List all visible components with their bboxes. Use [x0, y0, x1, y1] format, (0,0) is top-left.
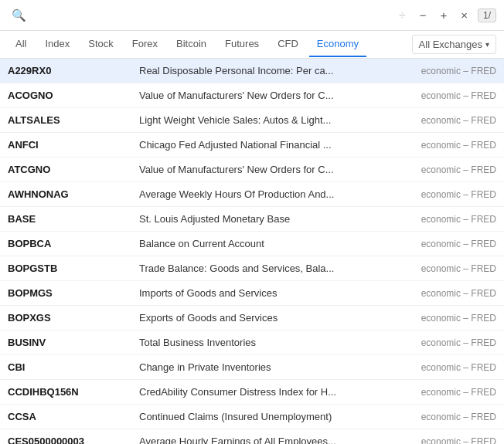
- table-row[interactable]: BOPGSTBTrade Balance: Goods and Services…: [0, 256, 504, 281]
- cell-symbol: CCDIHBQ156N: [0, 380, 131, 405]
- cell-source: economic – FRED: [388, 256, 504, 281]
- cell-symbol: CBI: [0, 355, 131, 380]
- tab-economy[interactable]: Economy: [309, 32, 366, 57]
- cell-symbol: ALTSALES: [0, 108, 131, 133]
- tab-futures[interactable]: Futures: [217, 32, 267, 57]
- cell-description: Light Weight Vehicle Sales: Autos & Ligh…: [131, 108, 388, 133]
- exchanges-label: All Exchanges: [419, 39, 482, 50]
- cell-symbol: CCSA: [0, 405, 131, 429]
- cell-source: economic – FRED: [388, 380, 504, 405]
- table-row[interactable]: CCDIHBQ156NCredAbility Consumer Distress…: [0, 380, 504, 405]
- table-row[interactable]: ALTSALESLight Weight Vehicle Sales: Auto…: [0, 108, 504, 133]
- results-table: A229RX0Real Disposable Personal Income: …: [0, 59, 504, 444]
- cell-source: economic – FRED: [388, 59, 504, 83]
- toolbar-left: 🔍: [8, 7, 30, 24]
- tab-stock[interactable]: Stock: [80, 32, 121, 57]
- cell-source: economic – FRED: [388, 182, 504, 207]
- cell-symbol: BOPMGS: [0, 281, 131, 306]
- cell-description: Exports of Goods and Services: [131, 306, 388, 330]
- cell-description: Chicago Fed Adjusted National Financial …: [131, 133, 388, 158]
- table-row[interactable]: BUSINVTotal Business Inventorieseconomic…: [0, 330, 504, 355]
- cell-symbol: CES0500000003: [0, 429, 131, 445]
- chevron-down-icon: ▾: [485, 40, 489, 49]
- cell-description: Average Weekly Hours Of Production And..…: [131, 182, 388, 207]
- divide-icon[interactable]: ÷: [395, 7, 410, 24]
- table-row[interactable]: ANFCIChicago Fed Adjusted National Finan…: [0, 133, 504, 158]
- exchanges-dropdown[interactable]: All Exchanges ▾: [412, 35, 496, 54]
- cell-source: economic – FRED: [388, 133, 504, 158]
- cell-symbol: ACOGNO: [0, 83, 131, 108]
- page-badge: 1/: [478, 8, 496, 22]
- cell-source: economic – FRED: [388, 330, 504, 355]
- cell-symbol: ATCGNO: [0, 158, 131, 182]
- cell-source: economic – FRED: [388, 232, 504, 256]
- table-row[interactable]: CES0500000003Average Hourly Earnings of …: [0, 429, 504, 445]
- search-icon[interactable]: 🔍: [8, 7, 30, 24]
- cell-description: Total Business Inventories: [131, 330, 388, 355]
- results-table-container[interactable]: A229RX0Real Disposable Personal Income: …: [0, 59, 504, 444]
- toolbar-right: ÷ − + × 1/: [395, 7, 496, 24]
- cell-symbol: AWHNONAG: [0, 182, 131, 207]
- tab-bitcoin[interactable]: Bitcoin: [169, 32, 214, 57]
- table-row[interactable]: BOPMGSImports of Goods and Servicesecono…: [0, 281, 504, 306]
- cell-description: Imports of Goods and Services: [131, 281, 388, 306]
- cell-source: economic – FRED: [388, 108, 504, 133]
- cell-description: Balance on Current Account: [131, 232, 388, 256]
- cell-description: Trade Balance: Goods and Services, Bala.…: [131, 256, 388, 281]
- cell-source: economic – FRED: [388, 83, 504, 108]
- tab-cfd[interactable]: CFD: [270, 32, 306, 57]
- cell-symbol: A229RX0: [0, 59, 131, 83]
- table-row[interactable]: BOPXGSExports of Goods and Servicesecono…: [0, 306, 504, 330]
- table-row[interactable]: CCSAContinued Claims (Insured Unemployme…: [0, 405, 504, 429]
- cell-symbol: BOPBCA: [0, 232, 131, 256]
- table-row[interactable]: ATCGNOValue of Manufacturers' New Orders…: [0, 158, 504, 182]
- cell-description: Real Disposable Personal Income: Per ca.…: [131, 59, 388, 83]
- cell-source: economic – FRED: [388, 207, 504, 232]
- cell-source: economic – FRED: [388, 306, 504, 330]
- cell-source: economic – FRED: [388, 158, 504, 182]
- cell-symbol: BASE: [0, 207, 131, 232]
- minus-icon[interactable]: −: [416, 7, 431, 23]
- table-row[interactable]: BASESt. Louis Adjusted Monetary Baseecon…: [0, 207, 504, 232]
- table-row[interactable]: A229RX0Real Disposable Personal Income: …: [0, 59, 504, 83]
- table-row[interactable]: ACOGNOValue of Manufacturers' New Orders…: [0, 83, 504, 108]
- cell-description: Change in Private Inventories: [131, 355, 388, 380]
- cell-description: Value of Manufacturers' New Orders for C…: [131, 158, 388, 182]
- cell-description: St. Louis Adjusted Monetary Base: [131, 207, 388, 232]
- table-row[interactable]: BOPBCABalance on Current Accounteconomic…: [0, 232, 504, 256]
- toolbar: 🔍 ÷ − + × 1/: [0, 0, 504, 31]
- cell-source: economic – FRED: [388, 429, 504, 445]
- nav-tabs: All Index Stock Forex Bitcoin Futures CF…: [0, 31, 504, 59]
- tab-index[interactable]: Index: [37, 32, 77, 57]
- tab-forex[interactable]: Forex: [124, 32, 165, 57]
- cell-source: economic – FRED: [388, 355, 504, 380]
- table-row[interactable]: CBIChange in Private Inventorieseconomic…: [0, 355, 504, 380]
- cell-symbol: ANFCI: [0, 133, 131, 158]
- cell-source: economic – FRED: [388, 405, 504, 429]
- table-row[interactable]: AWHNONAGAverage Weekly Hours Of Producti…: [0, 182, 504, 207]
- cell-description: Average Hourly Earnings of All Employees…: [131, 429, 388, 445]
- cell-symbol: BOPXGS: [0, 306, 131, 330]
- cell-source: economic – FRED: [388, 281, 504, 306]
- cell-description: Value of Manufacturers' New Orders for C…: [131, 83, 388, 108]
- cell-description: Continued Claims (Insured Unemployment): [131, 405, 388, 429]
- plus-icon[interactable]: +: [436, 7, 451, 23]
- close-icon[interactable]: ×: [457, 7, 472, 23]
- cell-symbol: BUSINV: [0, 330, 131, 355]
- cell-description: CredAbility Consumer Distress Index for …: [131, 380, 388, 405]
- tab-all[interactable]: All: [8, 32, 34, 57]
- cell-symbol: BOPGSTB: [0, 256, 131, 281]
